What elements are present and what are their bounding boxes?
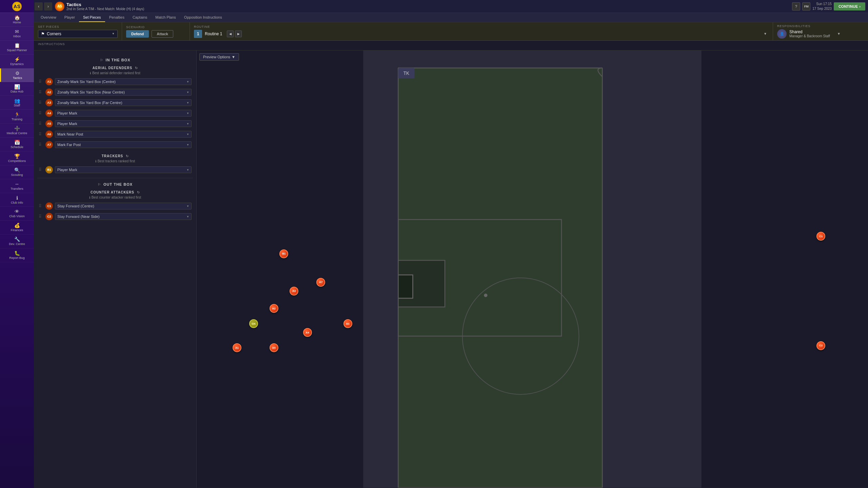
sidebar: AS 🏠 Home ✉ Inbox 📋 Squad Planner ⚡ Dyna… [0,0,34,277]
tab-set-pieces[interactable]: Set Pieces [79,13,105,22]
tab-overview[interactable]: Overview [37,13,60,22]
tab-captains[interactable]: Captains [129,13,151,22]
left-panel: ⚐ IN THE BOX AERIAL DEFENDERS ↻ ℹ Best a… [34,50,197,277]
sidebar-label-medical-centre: Medical Centre [7,132,27,135]
preview-options-label: Preview Options [203,55,230,59]
assignment-dropdown-a7[interactable]: Mark Far Post ▼ [55,141,192,148]
transfers-icon: ↔ [15,181,19,187]
sidebar-label-tactics: Tactics [13,77,22,80]
sidebar-item-dev-centre[interactable]: 🔧 Dev. Centre [0,235,34,248]
tab-penalties[interactable]: Penalties [105,13,129,22]
trackers-title: TRACKERS [102,154,123,158]
drag-handle-c2[interactable]: ⠿ [39,214,43,219]
back-button[interactable]: ‹ [35,2,43,11]
assignment-dropdown-b1[interactable]: Player Mark ▼ [55,166,192,173]
assignment-badge-a5: A5 [45,120,53,127]
dropdown-arrow-b1: ▼ [186,168,189,171]
assignment-dropdown-a2[interactable]: Zonally Mark Six Yard Box (Near Centre) … [55,89,192,96]
sidebar-item-medical-centre[interactable]: ➕ Medical Centre [0,124,34,138]
drag-handle-a1[interactable]: ⠿ [39,79,43,84]
assignment-label-a6: Mark Near Post [57,132,83,136]
assignment-badge-a4: A4 [45,109,53,117]
tab-player[interactable]: Player [60,13,79,22]
svg-rect-4 [398,275,413,277]
aerial-defenders-best: ℹ Best aerial defender ranked first [37,71,193,75]
preview-options-button[interactable]: Preview Options ▼ [199,53,239,61]
assignment-badge-a1: A1 [45,78,53,85]
drag-handle-a3[interactable]: ⠿ [39,100,43,105]
assignment-dropdown-a3[interactable]: Zonally Mark Six Yard Box (Far Centre) ▼ [55,99,192,106]
out-the-box-section: ⚐ OUT THE BOX COUNTER ATTACKERS ↻ ℹ Best… [37,182,193,221]
sidebar-item-schedule[interactable]: 📅 Schedule [0,138,34,151]
sidebar-item-competitions[interactable]: 🏆 Competitions [0,151,34,165]
inbox-icon: ✉ [15,29,19,34]
info-icon: ℹ [90,72,91,75]
svg-text:TK: TK [403,71,410,76]
sidebar-item-training[interactable]: 🏃 Training [0,110,34,124]
assignment-dropdown-a4[interactable]: Player Mark ▼ [55,110,192,117]
sidebar-item-report-bug[interactable]: 🐛 Report Bug [0,248,34,262]
drag-handle-a6[interactable]: ⠿ [39,132,43,137]
set-pieces-dropdown[interactable]: ⚑ Corners ▼ [38,30,118,38]
drag-handle-a5[interactable]: ⠿ [39,121,43,126]
assignment-dropdown-a6[interactable]: Mark Near Post ▼ [55,131,192,138]
sidebar-label-inbox: Inbox [13,35,21,38]
tab-opposition-instructions[interactable]: Opposition Instructions [180,13,226,22]
scenario-defend-button[interactable]: Defend [126,30,149,38]
trackers-refresh-icon[interactable]: ↻ [126,154,129,158]
home-icon: 🏠 [14,15,20,20]
assignment-dropdown-c2[interactable]: Stay Forward (Near Side) ▼ [55,213,192,220]
counter-attackers-best: ℹ Best counter attacker ranked first [37,196,193,199]
sidebar-item-dynamics[interactable]: ⚡ Dynamics [0,55,34,68]
in-the-box-title: IN THE BOX [106,58,131,62]
drag-handle-a2[interactable]: ⠿ [39,90,43,95]
aerial-defenders-refresh-icon[interactable]: ↻ [135,66,138,70]
sidebar-label-staff: Staff [14,104,20,107]
sidebar-item-squad-planner[interactable]: 📋 Squad Planner [0,41,34,55]
sidebar-item-staff[interactable]: 👥 Staff [0,96,34,110]
set-pieces-section: SET PIECES ⚑ Corners ▼ [34,22,122,40]
sidebar-label-finances: Finances [11,229,23,232]
assignment-dropdown-a5[interactable]: Player Mark ▼ [55,120,192,127]
pitch-panel: Preview Options ▼ [197,50,494,277]
forward-button[interactable]: › [44,2,52,11]
sidebar-item-home[interactable]: 🏠 Home [0,13,34,27]
sidebar-item-club-info[interactable]: ℹ Club Info [0,193,34,207]
assignment-label-c1: Stay Forward (Centre) [57,204,94,208]
set-pieces-arrow-icon: ▼ [112,32,115,35]
drag-handle-c1[interactable]: ⠿ [39,204,43,208]
sidebar-item-inbox[interactable]: ✉ Inbox [0,27,34,41]
assignment-dropdown-c1[interactable]: Stay Forward (Centre) ▼ [55,203,192,209]
staff-icon: 👥 [14,98,20,103]
assignment-label-a3: Zonally Mark Six Yard Box (Far Centre) [57,101,122,105]
assignment-label-b1: Player Mark [57,168,77,172]
assignment-label-a7: Mark Far Post [57,143,81,147]
tab-match-plans[interactable]: Match Plans [151,13,180,22]
sidebar-item-finances[interactable]: 💰 Finances [0,221,34,235]
sidebar-item-club-vision[interactable]: 👁 Club Vision [0,207,34,221]
counter-attackers-best-text: Best counter attacker ranked first [92,196,141,199]
sidebar-label-squad-planner: Squad Planner [7,49,27,52]
assignment-dropdown-a1[interactable]: Zonally Mark Six Yard Box (Centre) ▼ [55,78,192,85]
sidebar-item-data-hub[interactable]: 📊 Data Hub [0,82,34,96]
scenario-attack-button[interactable]: Attack [152,30,173,38]
assignment-badge-a6: A6 [45,130,53,138]
drag-handle-a4[interactable]: ⠿ [39,111,43,116]
assignment-label-a2: Zonally Mark Six Yard Box (Near Centre) [57,90,125,94]
sidebar-label-report-bug: Report Bug [9,257,25,260]
drag-handle-b1[interactable]: ⠿ [39,167,43,172]
trackers-header: TRACKERS ↻ [37,154,193,158]
medical-centre-icon: ➕ [14,126,20,131]
counter-attackers-refresh-icon[interactable]: ↻ [137,190,140,194]
routine-next-icon[interactable]: ▶ [235,30,242,37]
sidebar-item-transfers[interactable]: ↔ Transfers [0,179,34,193]
scouting-icon: 🔍 [14,167,20,173]
assignment-label-c2: Stay Forward (Near Side) [57,215,100,219]
routine-prev-icon[interactable]: ◀ [227,30,234,37]
routine-content: 1 Routine 1 ◀ ▶ ▼ [194,30,494,38]
sidebar-item-scouting[interactable]: 🔍 Scouting [0,165,34,179]
drag-handle-a7[interactable]: ⠿ [39,142,43,147]
sidebar-logo: AS [0,0,34,13]
sidebar-item-tactics[interactable]: ⚙ Tactics [0,68,34,82]
split-panel: ⚐ IN THE BOX AERIAL DEFENDERS ↻ ℹ Best a… [34,50,494,277]
